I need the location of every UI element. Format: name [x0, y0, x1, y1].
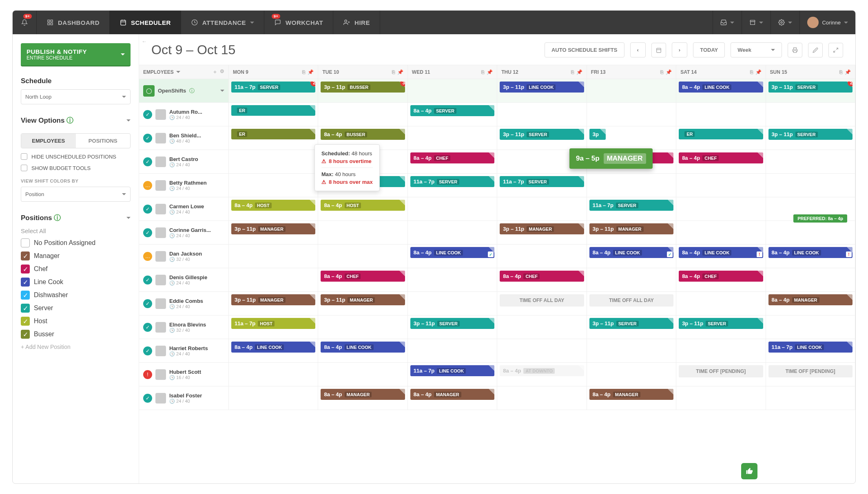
shift-block[interactable]: ER [679, 129, 763, 139]
shift-cell[interactable] [318, 363, 407, 386]
shift-block[interactable]: 3p – 11pSERVER2 [768, 82, 852, 93]
shift-block[interactable]: 8a – 4pMANAGER [768, 294, 852, 305]
nav-notifications[interactable]: 9+ [13, 11, 37, 34]
schedule-select[interactable]: North Loop [21, 89, 131, 104]
shift-cell[interactable] [676, 197, 766, 221]
shift-block[interactable]: 3p – 11pMANAGER [231, 294, 315, 305]
next-period-button[interactable]: › [672, 42, 687, 57]
shift-cell[interactable]: 3p – 11pMANAGER [229, 292, 318, 315]
shift-block[interactable]: 3p – 11pMANAGER [321, 294, 405, 305]
add-position-link[interactable]: + Add New Position [21, 344, 131, 350]
openshift-cell[interactable] [408, 79, 497, 103]
day-header[interactable]: SUN 15⎘📌 [766, 65, 855, 79]
shift-cell[interactable]: 8a – 4pLINE COOK! [766, 245, 855, 268]
shift-block[interactable]: 3p – 11pSERVER [589, 318, 673, 329]
dragging-shift[interactable]: 9a – 5p MANAGER [569, 148, 653, 169]
openshift-cell[interactable]: 3p – 11pLINE COOK [497, 79, 587, 103]
employee-row-header[interactable]: ✓Isabel Foster🕓 24 / 40 [139, 386, 229, 410]
toggle-employees[interactable]: EMPLOYEES [21, 134, 76, 148]
openshift-cell[interactable]: 8a – 4pLINE COOK [676, 79, 766, 103]
tool-settings[interactable] [771, 11, 799, 34]
shift-cell[interactable] [766, 268, 855, 292]
shift-cell[interactable] [229, 363, 318, 386]
shift-block[interactable]: 8a – 4pCHEF [500, 271, 584, 282]
shift-cell[interactable]: 8a – 4pCHEF [497, 268, 587, 292]
calendar-picker-button[interactable] [651, 43, 666, 57]
shift-cell[interactable] [766, 221, 855, 245]
shift-cell[interactable] [318, 245, 407, 268]
feedback-button[interactable] [741, 463, 757, 479]
position-filter-row[interactable]: ✓Host [21, 317, 131, 326]
shift-cell[interactable] [676, 386, 766, 410]
nav-attendance[interactable]: ATTENDANCE [181, 11, 264, 34]
prev-period-button[interactable]: ‹ [630, 42, 646, 57]
shift-cell[interactable] [408, 292, 497, 315]
shift-cell[interactable]: 8a – 4pMANAGER [766, 292, 855, 315]
shift-block[interactable]: 3p – 11pBUSSER3 [321, 82, 405, 93]
position-filter-row[interactable]: No Position Assigned [21, 238, 131, 247]
shift-cell[interactable] [766, 386, 855, 410]
shift-cell[interactable]: 3p – 11pSERVER [408, 315, 497, 339]
shift-block[interactable]: 8a – 4pLINE COOK✓ [589, 247, 673, 258]
shift-block[interactable]: 8a – 4pLINE COOK✓ [410, 247, 494, 258]
shift-block[interactable]: 8a – 4pLINE COOK [679, 82, 763, 93]
shift-cell[interactable]: 8a – 4pLINE COOK [318, 339, 407, 363]
shift-cell[interactable]: 8a – 4pCHEF [318, 268, 407, 292]
print-button[interactable] [788, 43, 802, 57]
day-header[interactable]: SAT 14⎘📌 [676, 65, 766, 79]
shift-cell[interactable] [587, 174, 676, 197]
filter-icon[interactable]: ⚙ [220, 68, 224, 75]
copy-day-icon[interactable]: ⎘ [750, 69, 753, 75]
shift-cell[interactable]: 8a – 4pAT DOWNTO [497, 363, 587, 386]
shift-cell[interactable]: TIME OFF [PENDING] [676, 363, 766, 386]
tool-inbox[interactable] [713, 11, 742, 34]
expand-button[interactable] [828, 43, 843, 57]
shift-block[interactable]: 8a – 4pCHEF [410, 152, 494, 163]
copy-day-icon[interactable]: ⎘ [481, 69, 484, 75]
employee-row-header[interactable]: ✓Corinne Garris...🕓 24 / 40 [139, 221, 229, 245]
shift-block[interactable]: 3p [589, 129, 606, 140]
copy-day-icon[interactable]: ⎘ [302, 69, 305, 75]
show-budget-checkbox[interactable]: SHOW BUDGET TOOLS [21, 165, 131, 171]
shift-cell[interactable]: 11a – 7pHOST [229, 315, 318, 339]
shift-cell[interactable] [229, 386, 318, 410]
shift-block[interactable]: 3p – 11pMANAGER [231, 223, 315, 234]
position-filter-row[interactable]: ✓Dishwasher [21, 291, 131, 300]
day-header[interactable]: TUE 10⎘📌 [318, 65, 407, 79]
employee-row-header[interactable]: …Betty Rathmen🕓 24 / 40 [139, 174, 229, 197]
timeoff-block[interactable]: TIME OFF ALL DAY [589, 294, 673, 307]
shift-cell[interactable]: 8a – 4pHOST [229, 197, 318, 221]
shift-block[interactable]: 8a – 4pCHEF [679, 271, 763, 282]
shift-cell[interactable]: 11a – 7pSERVER [408, 174, 497, 197]
copy-day-icon[interactable]: ⎘ [660, 69, 663, 75]
nav-scheduler[interactable]: SCHEDULER [110, 11, 181, 34]
copy-day-icon[interactable]: ⎘ [392, 69, 395, 75]
help-icon[interactable]: ⓘ [54, 214, 61, 222]
shift-cell[interactable] [318, 315, 407, 339]
back-arrow-icon[interactable]: ← [142, 38, 147, 44]
shift-block[interactable]: 8a – 4pLINE COOK [231, 342, 315, 353]
timeoff-block[interactable]: TIME OFF [PENDING] [679, 365, 763, 377]
openshift-cell[interactable]: 3p – 11pBUSSER3 [318, 79, 407, 103]
shift-cell[interactable] [229, 245, 318, 268]
shift-cell[interactable] [497, 339, 587, 363]
shift-cell[interactable] [766, 150, 855, 174]
shift-cell[interactable]: 3p – 11pSERVER [497, 126, 587, 150]
shift-block[interactable]: 8a – 4pCHEF [679, 152, 763, 163]
pin-icon[interactable]: 📌 [308, 69, 314, 75]
employee-row-header[interactable]: ✓Eddie Combs🕓 24 / 40 [139, 292, 229, 315]
shift-cell[interactable]: 8a – 4pMANAGER [587, 386, 676, 410]
shift-cell[interactable] [497, 386, 587, 410]
shift-cell[interactable]: 8a – 4pCHEF [676, 268, 766, 292]
view-select[interactable]: Week [731, 42, 782, 57]
shift-cell[interactable]: 8a – 4pMANAGER [318, 386, 407, 410]
shift-block[interactable]: 8a – 4pMANAGER [589, 389, 673, 400]
shift-cell[interactable]: 8a – 4pCHEF [408, 150, 497, 174]
employee-row-header[interactable]: ✓Ben Shield...🕓 48 / 40 [139, 126, 229, 150]
shift-cell[interactable] [497, 197, 587, 221]
shift-cell[interactable]: 11a – 7pLINE COOK [766, 339, 855, 363]
day-header[interactable]: FRI 13⎘📌 [587, 65, 676, 79]
employee-row-header[interactable]: ✓Elnora Blevins🕓 32 / 40 [139, 315, 229, 339]
shift-cell[interactable]: 8a – 4pLINE COOK [229, 339, 318, 363]
day-header[interactable]: MON 9⎘📌 [229, 65, 318, 79]
